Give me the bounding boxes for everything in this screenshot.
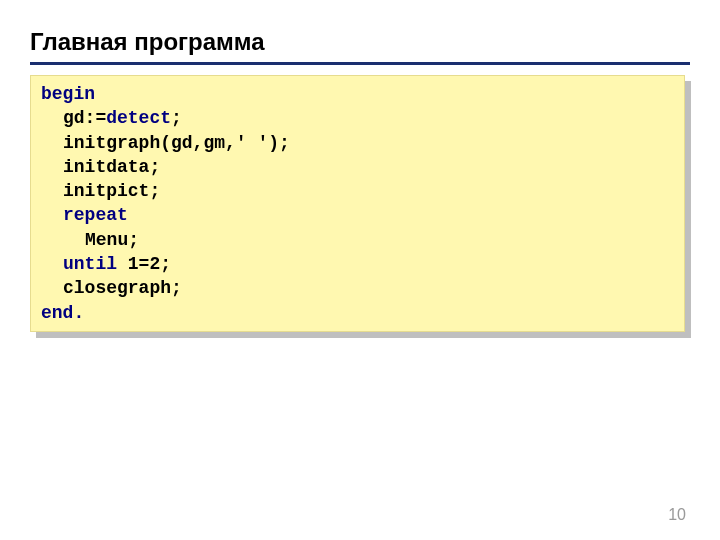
code-line: initgraph(gd,gm,' '); <box>41 131 674 155</box>
code-text: 1=2; <box>117 254 171 274</box>
code-block-container: begin gd:=detect; initgraph(gd,gm,' '); … <box>30 75 685 332</box>
slide-title: Главная программа <box>30 28 690 65</box>
page-number: 10 <box>668 506 686 524</box>
code-line: gd:=detect; <box>41 106 674 130</box>
code-block: begin gd:=detect; initgraph(gd,gm,' '); … <box>30 75 685 332</box>
code-line: initpict; <box>41 179 674 203</box>
keyword-until: until <box>63 254 117 274</box>
code-line: until 1=2; <box>41 252 674 276</box>
code-line: initdata; <box>41 155 674 179</box>
keyword-detect: detect <box>106 108 171 128</box>
code-line: begin <box>41 82 674 106</box>
code-text: ; <box>171 108 182 128</box>
keyword-begin: begin <box>41 84 95 104</box>
keyword-repeat: repeat <box>63 205 128 225</box>
keyword-end: end. <box>41 303 84 323</box>
code-line: repeat <box>41 203 674 227</box>
code-line: closegraph; <box>41 276 674 300</box>
code-line: end. <box>41 301 674 325</box>
code-text: gd:= <box>63 108 106 128</box>
code-line: Menu; <box>41 228 674 252</box>
